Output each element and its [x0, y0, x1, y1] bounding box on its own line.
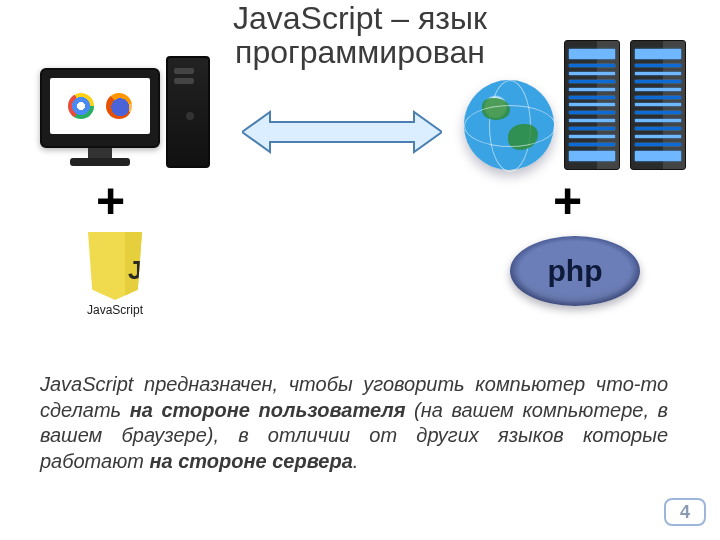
para-bold-1: на стороне пользователя — [130, 399, 406, 421]
svg-marker-0 — [242, 112, 442, 152]
php-badge-icon: php — [510, 236, 640, 306]
js-shield-text: JS — [115, 255, 175, 286]
description-paragraph: JavaScript предназначен, чтобы уговорить… — [40, 372, 668, 474]
slide: JavaScript – язык программирован + JS Ja… — [0, 0, 720, 540]
para-part-3: . — [353, 450, 359, 472]
server-rack-icon — [630, 40, 686, 170]
js-badge-group: JS JavaScript — [80, 232, 150, 317]
server-group — [460, 40, 690, 170]
globe-landmass — [508, 124, 538, 150]
para-bold-2: на стороне сервера — [149, 450, 352, 472]
globe-icon — [464, 80, 554, 170]
server-rack-icon — [564, 40, 620, 170]
monitor-screen — [50, 78, 150, 134]
plus-sign-left: + — [96, 176, 125, 226]
pc-tower-icon — [166, 56, 210, 168]
firefox-icon — [106, 93, 132, 119]
double-arrow-icon — [242, 110, 442, 154]
globe-landmass — [482, 98, 510, 120]
title-line-2: программирован — [235, 34, 485, 70]
monitor-bezel — [40, 68, 160, 148]
page-number: 4 — [664, 498, 706, 526]
plus-sign-right: + — [553, 176, 582, 226]
js-shield-icon: JS — [85, 232, 145, 300]
client-hardware — [30, 56, 220, 168]
title-line-1: JavaScript – язык — [233, 0, 487, 36]
monitor-base — [70, 158, 130, 166]
js-caption: JavaScript — [80, 303, 150, 317]
monitor-icon — [40, 68, 160, 168]
monitor-stand — [88, 148, 112, 158]
server-hardware — [460, 40, 690, 170]
client-group — [30, 56, 220, 168]
chrome-icon — [68, 93, 94, 119]
php-label: php — [548, 254, 603, 288]
